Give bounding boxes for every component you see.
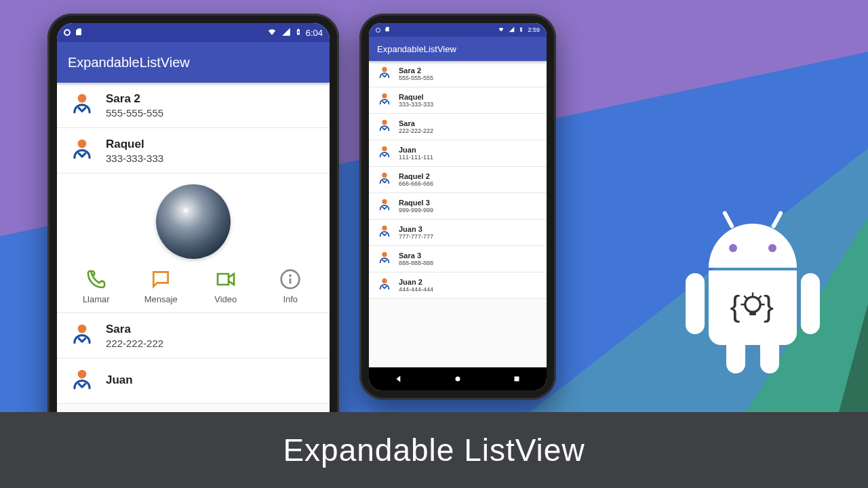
contact-name: Sara 2 [106, 92, 163, 106]
contact-avatar [156, 184, 231, 259]
person-icon [377, 144, 392, 162]
svg-point-14 [382, 146, 387, 151]
contact-row[interactable]: Juan111-111-111 [369, 140, 547, 167]
contact-phone: 555-555-555 [106, 107, 163, 119]
message-button[interactable]: Mensaje [134, 268, 188, 304]
status-bar: 2:59 [369, 23, 547, 37]
svg-rect-21 [515, 377, 519, 382]
status-circle-icon [64, 29, 71, 36]
status-time: 2:59 [528, 26, 540, 33]
call-button[interactable]: Llamar [69, 268, 123, 304]
svg-rect-8 [290, 279, 292, 284]
expanded-panel: Llamar Mensaje Video Info [57, 174, 330, 313]
person-icon [377, 92, 392, 109]
contact-phone: 444-444-444 [399, 286, 433, 293]
contact-row[interactable]: Sara 3888-888-888 [369, 246, 547, 272]
phone-small: 2:59 ExpandableListView Sara 2555-555-55… [359, 14, 556, 400]
contact-name: Sara [106, 323, 163, 336]
cell-signal-icon [509, 26, 515, 34]
screen-large: 6:04 ExpandableListView Sara 2555-555-55… [57, 23, 330, 479]
contact-row[interactable]: Sara 2555-555-555 [369, 61, 547, 87]
wifi-icon [498, 26, 505, 34]
person-icon [377, 118, 392, 136]
contact-phone: 222-222-222 [106, 338, 163, 349]
contact-phone: 222-222-222 [399, 127, 433, 134]
contact-phone: 333-333-333 [399, 101, 433, 108]
contact-row[interactable]: Sara222-222-222 [369, 114, 547, 140]
contact-name: Sara 2 [399, 66, 433, 75]
person-icon [69, 367, 95, 395]
person-icon [69, 136, 95, 165]
contact-name: Raquel 3 [399, 199, 433, 207]
contact-phone: 111-111-111 [399, 154, 433, 161]
contact-name: Juan [399, 146, 433, 154]
video-icon [215, 268, 237, 290]
contact-phone: 999-999-999 [399, 207, 433, 214]
contact-phone: 333-333-333 [106, 152, 163, 164]
nav-bar [369, 367, 547, 390]
screen-small: 2:59 ExpandableListView Sara 2555-555-55… [369, 23, 547, 390]
contact-phone: 666-666-666 [399, 180, 433, 187]
svg-point-2 [745, 297, 760, 312]
svg-point-9 [78, 325, 87, 333]
svg-point-20 [455, 377, 460, 382]
svg-point-12 [382, 94, 387, 98]
person-icon [377, 197, 392, 215]
contact-row[interactable]: Sara222-222-222 [57, 313, 330, 359]
contact-list[interactable]: Sara 2555-555-555Raquel333-333-333Sara22… [369, 61, 547, 367]
app-title: ExpandableListView [377, 44, 456, 54]
info-button[interactable]: Info [263, 268, 317, 304]
svg-point-5 [78, 140, 87, 148]
contact-name: Raquel 2 [399, 172, 433, 180]
cell-signal-icon [281, 27, 291, 39]
app-bar: ExpandableListView [369, 37, 547, 61]
app-bar: ExpandableListView [57, 42, 330, 83]
video-button[interactable]: Video [199, 268, 253, 304]
nav-recent[interactable] [511, 373, 523, 385]
status-time: 6:04 [306, 28, 323, 38]
contact-row[interactable]: Raquel333-333-333 [369, 87, 547, 114]
svg-point-15 [382, 173, 387, 178]
app-title: ExpandableListView [68, 55, 190, 70]
person-icon [377, 65, 392, 83]
wifi-icon [267, 27, 277, 39]
title-banner: Expandable ListView [0, 412, 868, 488]
sim-icon [75, 28, 83, 38]
info-icon [279, 268, 301, 290]
contact-row[interactable]: Juan 3777-777-777 [369, 220, 547, 246]
svg-point-19 [382, 279, 387, 283]
contact-name: Juan [106, 373, 133, 387]
contact-name: Raquel [399, 93, 433, 101]
contact-row[interactable]: Raquel 3999-999-999 [369, 193, 547, 220]
contact-row[interactable]: Raquel 2666-666-666 [369, 167, 547, 193]
contact-name: Raquel [106, 138, 163, 151]
contact-name: Sara 3 [399, 251, 433, 260]
android-robot-logo: { } [678, 224, 827, 400]
person-icon [377, 277, 392, 294]
svg-point-10 [78, 370, 87, 379]
svg-point-7 [289, 274, 292, 277]
contact-row[interactable]: Juan 2444-444-444 [369, 272, 547, 299]
status-bar: 6:04 [57, 23, 330, 42]
svg-point-4 [78, 94, 87, 103]
svg-point-17 [382, 226, 387, 230]
nav-home[interactable] [452, 373, 464, 385]
lightbulb-braces-icon: { } [726, 281, 780, 335]
status-circle-icon [376, 28, 380, 33]
contact-row[interactable]: Juan [57, 359, 330, 404]
contact-name: Sara [399, 119, 433, 127]
phone-icon [85, 268, 107, 290]
contact-phone: 555-555-555 [399, 75, 433, 81]
person-icon [69, 321, 95, 350]
person-icon [377, 171, 392, 188]
contact-row[interactable]: Raquel333-333-333 [57, 128, 330, 174]
person-icon [69, 91, 95, 119]
svg-rect-3 [749, 311, 756, 315]
contact-phone: 777-777-777 [399, 233, 433, 240]
chat-icon [150, 268, 172, 290]
svg-point-13 [382, 120, 387, 125]
person-icon [377, 250, 392, 268]
contact-row[interactable]: Sara 2555-555-555 [57, 83, 330, 128]
nav-back[interactable] [393, 373, 405, 385]
svg-point-16 [382, 199, 387, 204]
